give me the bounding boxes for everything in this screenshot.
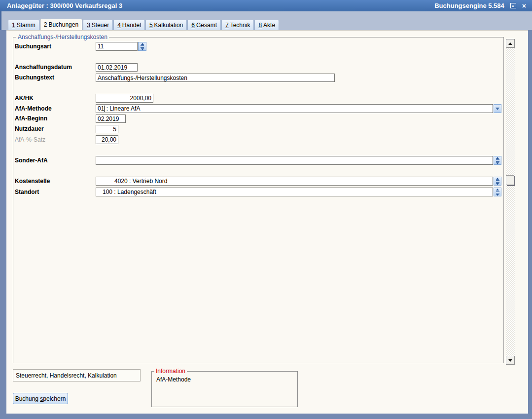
anschaffungsdatum-input[interactable]: 01.02.2019 [96, 63, 138, 72]
scrollbar-track[interactable] [506, 48, 515, 356]
sonder-afa-input[interactable] [96, 156, 493, 165]
close-icon[interactable]: × [522, 2, 526, 9]
triangle-down-icon [508, 359, 512, 362]
context-info-field: Steuerrecht, Handelsrecht, Kalkulation [13, 369, 141, 381]
afa-methode-dropdown-button[interactable] [494, 104, 501, 113]
save-booking-button[interactable]: Buchung speichern [13, 393, 68, 404]
tab-buchungen[interactable]: 2Buchungen [40, 19, 82, 30]
kostenstelle-stepper[interactable] [494, 177, 501, 186]
row-afa-beginn: AfA-Beginn 02.2019 [6, 114, 504, 123]
afa-beginn-input[interactable]: 02.2019 [96, 114, 126, 123]
tab-gesamt[interactable]: 6Gesamt [187, 20, 221, 30]
row-anschaffungsdatum: Anschaffungsdatum 01.02.2019 [6, 63, 504, 72]
afa-methode-label: AfA-Methode [15, 104, 52, 113]
restore-window-icon[interactable] [510, 3, 516, 8]
tab-bar: 1Stamm 2Buchungen 3Steuer 4Handel 5Kalku… [8, 19, 280, 30]
app-version-label: Buchungsengine 5.584 [434, 2, 504, 9]
triangle-up-icon [508, 42, 512, 45]
acquisition-costs-group: Anschaffungs-/Herstellungskosten [13, 37, 504, 363]
tab-handel[interactable]: 4Handel [113, 20, 145, 30]
window-title: Anlagegüter : 300/000 Verkaufsregal 3 [0, 2, 434, 9]
up-down-arrows-icon [141, 43, 144, 50]
scroll-down-button[interactable] [506, 356, 515, 365]
standort-input[interactable]: 100 : Ladengeschäft [96, 188, 493, 196]
buchungstext-label: Buchungstext [15, 74, 54, 82]
scroll-up-button[interactable] [506, 39, 515, 48]
information-group: Information AfA-Methode [151, 371, 298, 407]
row-buchungstext: Buchungstext Anschaffungs-/Herstellungsk… [6, 74, 504, 82]
row-standort: Standort 100 : Ladengeschäft [6, 188, 504, 196]
afa-beginn-label: AfA-Beginn [15, 114, 47, 123]
afa-satz-input[interactable]: 20,00 [96, 135, 118, 144]
tab-technik[interactable]: 7Technik [221, 20, 254, 30]
tab-kalkulation[interactable]: 5Kalkulation [145, 20, 187, 30]
buchungsart-stepper[interactable] [138, 42, 146, 51]
nutzdauer-input[interactable]: 5 [96, 125, 118, 133]
vertical-scrollbar[interactable] [506, 39, 515, 365]
buchungstext-input[interactable]: Anschaffungs-/Herstellungskosten [96, 74, 335, 82]
kostenstelle-input[interactable]: 4020 : Vertrieb Nord [96, 177, 493, 186]
app-window: Anlagegüter : 300/000 Verkaufsregal 3 Bu… [0, 0, 532, 419]
up-down-arrows-icon [496, 178, 499, 185]
standort-label: Standort [15, 188, 39, 196]
up-down-arrows-icon [496, 157, 499, 164]
row-nutzdauer: Nutzdauer 5 [6, 125, 504, 133]
buchungsart-input[interactable]: 11 [96, 42, 138, 51]
tab-akte[interactable]: 8Akte [254, 20, 279, 30]
standort-stepper[interactable] [494, 188, 501, 196]
information-group-title: Information [154, 368, 187, 375]
ak-hk-input[interactable]: 2000,00 [96, 94, 153, 103]
ak-hk-label: AK/HK [15, 94, 34, 103]
chevron-down-icon [496, 108, 499, 110]
content-panel: Anschaffungs-/Herstellungskosten Buchung… [6, 30, 528, 414]
row-afa-methode: AfA-Methode 01 : Lineare AfA [6, 104, 504, 113]
up-down-arrows-icon [496, 189, 499, 196]
tab-steuer[interactable]: 3Steuer [83, 20, 113, 30]
buchungsart-label: Buchungsart [15, 42, 51, 51]
row-ak-hk: AK/HK 2000,00 [6, 94, 504, 103]
row-afa-satz: AfA-%-Satz 20,00 [6, 135, 504, 144]
title-bar: Anlagegüter : 300/000 Verkaufsregal 3 Bu… [0, 0, 532, 11]
row-kostenstelle: Kostenstelle 4020 : Vertrieb Nord [6, 177, 504, 186]
sonder-afa-label: Sonder-AfA [15, 156, 48, 165]
afa-methode-combobox[interactable]: 01 : Lineare AfA [96, 104, 493, 113]
scrollbar-thumb[interactable] [506, 175, 514, 185]
kostenstelle-label: Kostenstelle [15, 177, 50, 186]
group-title: Anschaffungs-/Herstellungskosten [16, 34, 109, 40]
afa-satz-label: AfA-%-Satz [15, 135, 45, 144]
row-sonder-afa: Sonder-AfA [6, 156, 504, 165]
anschaffungsdatum-label: Anschaffungsdatum [15, 63, 72, 72]
nutzdauer-label: Nutzdauer [15, 125, 44, 133]
row-buchungsart: Buchungsart 11 [6, 42, 504, 51]
sonder-afa-stepper[interactable] [494, 156, 501, 165]
tab-stamm[interactable]: 1Stamm [8, 20, 39, 30]
